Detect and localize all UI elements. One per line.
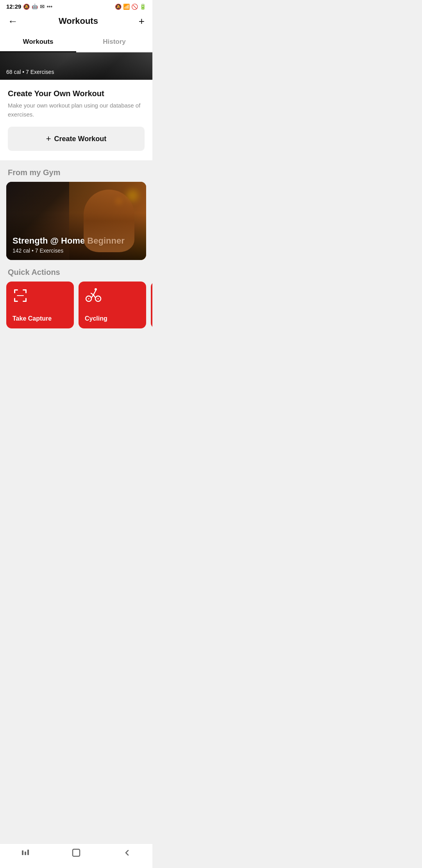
- svg-rect-3: [25, 289, 27, 293]
- status-bar: 12:29 🔕 🤖 ✉ ••• 🔕 📶 🚫 🔋: [0, 0, 152, 11]
- gym-card-workout-stats: 142 cal • 7 Exercises: [13, 247, 125, 254]
- create-workout-title: Create Your Own Workout: [8, 89, 145, 98]
- quick-actions-section: Quick Actions Take Capture: [0, 260, 152, 328]
- cycling-icon: [85, 288, 140, 305]
- quick-action-cycling[interactable]: Cycling: [79, 282, 146, 328]
- android-icon: 🤖: [32, 4, 38, 9]
- quick-actions-row: Take Capture: [0, 282, 152, 328]
- quick-action-take-capture[interactable]: Take Capture: [6, 282, 74, 328]
- create-workout-button[interactable]: + Create Workout: [8, 127, 145, 151]
- svg-rect-7: [25, 298, 27, 302]
- gym-workout-card[interactable]: Strength @ Home Beginner 142 cal • 7 Exe…: [6, 182, 146, 260]
- dnd-icon: 🚫: [131, 4, 138, 10]
- tab-bar: Workouts History: [0, 32, 152, 52]
- cycling-label: Cycling: [85, 315, 140, 322]
- create-plus-icon: +: [46, 134, 51, 144]
- tab-history[interactable]: History: [76, 32, 152, 52]
- cycling-icon-svg: [85, 288, 102, 302]
- svg-rect-5: [14, 298, 15, 302]
- page-title: Workouts: [59, 16, 98, 26]
- back-button[interactable]: ←: [8, 16, 18, 26]
- hero-image-partial: 68 cal • 7 Exercises: [0, 52, 152, 80]
- more-icon: •••: [46, 4, 52, 10]
- signal-icon: ✉: [40, 4, 45, 10]
- quick-action-partial: [151, 282, 152, 328]
- gym-card-workout-name: Strength @ Home Beginner: [13, 236, 125, 246]
- time: 12:29: [6, 3, 21, 10]
- notification-icon: 🔕: [23, 4, 30, 10]
- from-my-gym-title: From my Gym: [0, 160, 152, 182]
- scan-icon-svg: [13, 288, 28, 303]
- quick-actions-title: Quick Actions: [0, 260, 152, 282]
- create-workout-card: Create Your Own Workout Make your own wo…: [0, 80, 152, 160]
- svg-line-10: [93, 291, 96, 295]
- gym-card-info: Strength @ Home Beginner 142 cal • 7 Exe…: [13, 236, 125, 254]
- tab-workouts[interactable]: Workouts: [0, 32, 76, 52]
- scan-icon: [13, 288, 68, 306]
- create-workout-description: Make your own workout plan using our dat…: [8, 101, 145, 119]
- svg-rect-1: [14, 289, 15, 293]
- create-workout-label: Create Workout: [54, 135, 107, 143]
- svg-line-13: [92, 295, 93, 297]
- bokeh-light-2: [115, 197, 123, 205]
- take-capture-label: Take Capture: [13, 315, 68, 322]
- header: ← Workouts +: [0, 11, 152, 32]
- svg-point-16: [88, 298, 89, 299]
- add-workout-button[interactable]: +: [139, 16, 145, 26]
- from-my-gym-section: From my Gym Strength @ Home Beginner 142…: [0, 160, 152, 260]
- battery-icon: 🔋: [139, 4, 146, 10]
- mute-icon: 🔕: [115, 4, 122, 10]
- svg-point-17: [98, 298, 99, 299]
- wifi-icon: 📶: [123, 4, 130, 10]
- hero-stats: 68 cal • 7 Exercises: [6, 69, 54, 75]
- svg-rect-8: [17, 295, 24, 296]
